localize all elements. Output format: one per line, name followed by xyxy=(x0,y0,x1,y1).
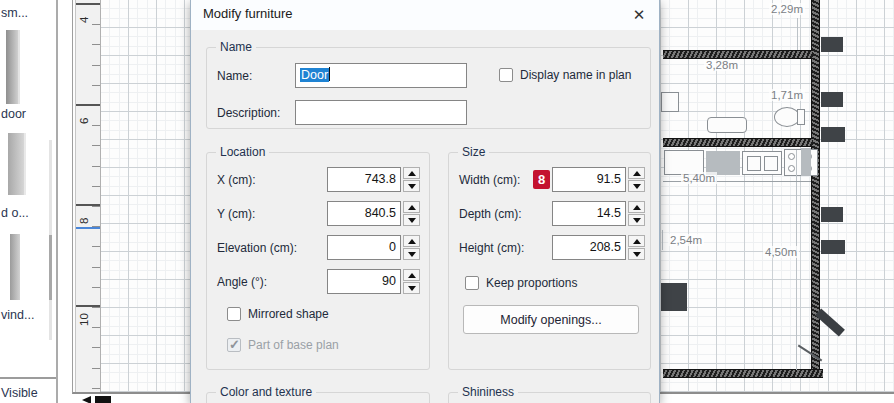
dimension-label: 3,28m xyxy=(704,59,740,71)
angle-input[interactable]: 90 xyxy=(327,269,401,294)
catalog-item-label[interactable]: vind... xyxy=(1,308,34,322)
modify-furniture-dialog: Modify furniture ✕ Name Name: Door Displ… xyxy=(190,0,660,403)
y-label: Y (cm): xyxy=(217,207,255,221)
furniture-catalog-panel[interactable]: sm... door d o... vind... Visible xyxy=(0,0,58,403)
color-group-caption: Color and texture xyxy=(216,385,316,399)
scrollbar-thumb[interactable] xyxy=(95,396,111,403)
description-label: Description: xyxy=(217,106,280,120)
checkbox-label: Display name in plan xyxy=(520,68,631,82)
elevation-input[interactable]: 0 xyxy=(327,235,401,260)
spin-up-button[interactable] xyxy=(403,167,420,179)
depth-input[interactable]: 14.5 xyxy=(552,201,626,226)
ruler-tick-label: 4 xyxy=(78,7,94,23)
depth-spinner xyxy=(628,201,645,226)
catalog-item-door-image[interactable] xyxy=(6,30,18,104)
spin-down-button[interactable] xyxy=(403,248,420,260)
spin-down-button[interactable] xyxy=(403,282,420,294)
arrow-down-icon xyxy=(633,184,641,189)
annotation-step-badge: 8 xyxy=(533,170,550,189)
counter-strip xyxy=(801,148,811,176)
radiator xyxy=(821,240,845,254)
arrow-up-icon xyxy=(633,239,641,244)
text-caret xyxy=(329,67,330,81)
catalog-item-window-image[interactable] xyxy=(10,234,20,300)
scrollbar-arrow[interactable] xyxy=(82,396,91,403)
dimension-label: 2,29m xyxy=(769,3,805,15)
checkbox-box[interactable] xyxy=(499,68,513,82)
spin-up-button[interactable] xyxy=(628,235,645,247)
size-group: Size Width (cm): 8 91.5 Depth (cm): 14.5… xyxy=(448,152,651,370)
elevation-label: Elevation (cm): xyxy=(217,241,297,255)
radiator xyxy=(821,207,843,222)
height-label: Height (cm): xyxy=(459,241,524,255)
arrow-up-icon xyxy=(408,205,416,210)
width-input[interactable]: 91.5 xyxy=(552,167,626,192)
ruler-cursor-indicator xyxy=(76,227,100,229)
dialog-body: Name Name: Door Display name in plan Des… xyxy=(191,30,659,403)
height-spinner xyxy=(628,235,645,260)
wall xyxy=(663,50,813,59)
name-group: Name Name: Door Display name in plan Des… xyxy=(206,47,651,129)
arrow-down-icon xyxy=(408,218,416,223)
width-label: Width (cm): xyxy=(459,173,520,187)
name-input[interactable]: Door xyxy=(295,63,467,88)
dimension-line xyxy=(797,18,798,50)
furniture-list-header: Visible xyxy=(0,377,56,403)
radiator xyxy=(821,92,843,107)
modify-openings-button[interactable]: Modify openings... xyxy=(463,305,639,334)
catalog-item-door-image[interactable] xyxy=(8,133,24,195)
size-group-caption: Size xyxy=(458,145,489,159)
checkbox-box[interactable] xyxy=(227,307,241,321)
ruler-tick-label: 10 xyxy=(78,310,94,326)
location-group: Location X (cm): 743.8 Y (cm): 840.5 Ele… xyxy=(206,152,430,370)
spin-up-button[interactable] xyxy=(403,269,420,281)
kitchen-sink xyxy=(742,151,782,175)
visible-column-header[interactable]: Visible xyxy=(1,386,38,400)
spin-down-button[interactable] xyxy=(403,214,420,226)
ruler-major-tick xyxy=(76,3,100,5)
dialog-title: Modify furniture xyxy=(203,6,293,21)
spin-up-button[interactable] xyxy=(628,201,645,213)
spin-up-button[interactable] xyxy=(628,167,645,179)
spin-up-button[interactable] xyxy=(403,235,420,247)
dialog-titlebar[interactable]: Modify furniture ✕ xyxy=(191,0,659,30)
dimension-line xyxy=(796,150,797,370)
catalog-scrollbar-thumb[interactable] xyxy=(49,235,52,300)
checkbox-box-checked xyxy=(227,338,241,352)
angle-label: Angle (°): xyxy=(217,275,267,289)
catalog-item-label[interactable]: door xyxy=(1,107,26,121)
spin-down-button[interactable] xyxy=(403,180,420,192)
catalog-item-label[interactable]: sm... xyxy=(1,6,28,20)
dimension-label: 5,40m xyxy=(681,172,717,184)
ruler-major-tick xyxy=(76,305,100,307)
x-input[interactable]: 743.8 xyxy=(327,167,401,192)
arrow-down-icon xyxy=(408,184,416,189)
name-label: Name: xyxy=(217,69,252,83)
shininess-group-caption: Shininess xyxy=(458,385,518,399)
spin-down-button[interactable] xyxy=(628,248,645,260)
spin-down-button[interactable] xyxy=(628,214,645,226)
close-icon[interactable]: ✕ xyxy=(627,3,651,27)
location-group-caption: Location xyxy=(216,145,269,159)
catalog-scrollbar[interactable] xyxy=(49,140,52,340)
washbasin xyxy=(707,117,747,133)
spin-up-button[interactable] xyxy=(403,201,420,213)
cabinet xyxy=(661,283,687,311)
dimension-label: 1,71m xyxy=(769,89,805,101)
spin-down-button[interactable] xyxy=(628,180,645,192)
checkbox-box[interactable] xyxy=(465,276,479,290)
description-input[interactable] xyxy=(295,100,467,125)
angle-spinner xyxy=(403,269,420,294)
arrow-up-icon xyxy=(408,273,416,278)
arrow-up-icon xyxy=(633,205,641,210)
height-input[interactable]: 208.5 xyxy=(552,235,626,260)
depth-label: Depth (cm): xyxy=(459,207,522,221)
dimension-label: 4,50m xyxy=(763,246,799,258)
arrow-up-icon xyxy=(408,239,416,244)
catalog-item-label[interactable]: d o... xyxy=(1,206,29,220)
checkbox-label: Part of base plan xyxy=(248,338,339,352)
y-input[interactable]: 840.5 xyxy=(327,201,401,226)
ruler-tick-label: 6 xyxy=(78,108,94,124)
dimension-label: 2,54m xyxy=(668,234,704,246)
arrow-up-icon xyxy=(633,171,641,176)
